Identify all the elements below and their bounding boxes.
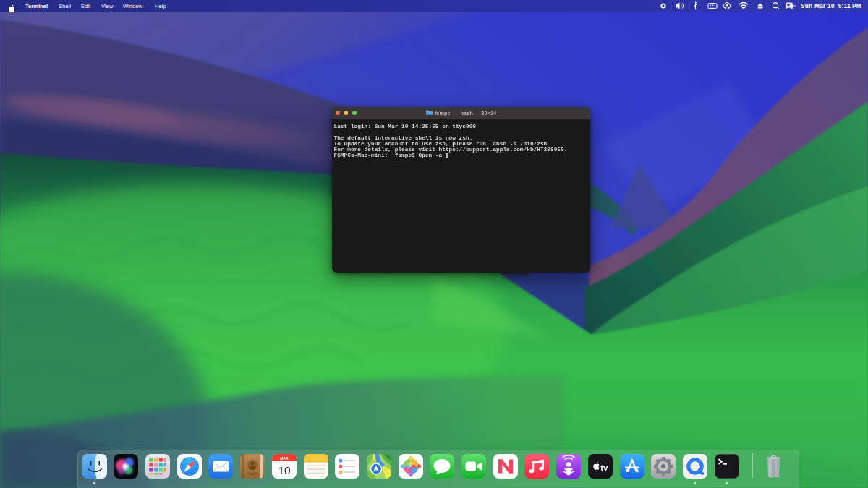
svg-text:10: 10 — [278, 463, 291, 476]
svg-text:tv: tv — [600, 463, 608, 471]
svg-text:MAR: MAR — [280, 455, 289, 460]
